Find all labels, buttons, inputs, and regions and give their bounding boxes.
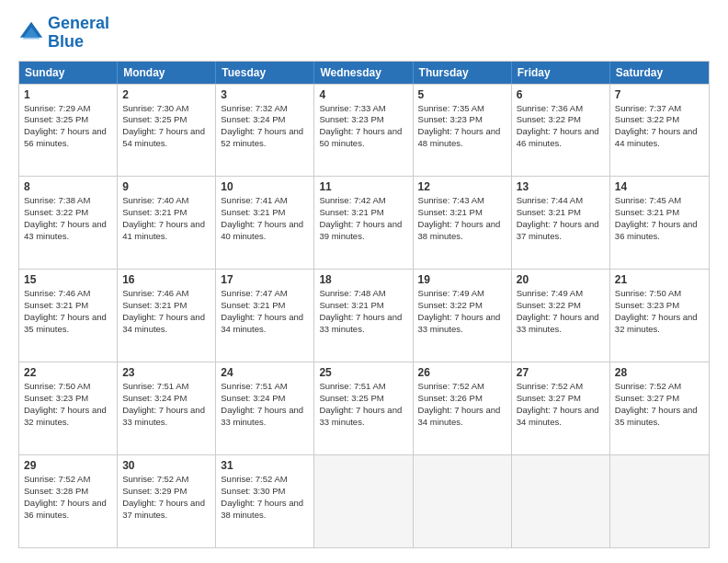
- sunrise-line: Sunrise: 7:36 AM: [517, 103, 605, 115]
- header: General Blue: [18, 15, 710, 52]
- date-number: 26: [418, 366, 506, 379]
- date-number: 18: [319, 273, 407, 286]
- sunset-line: Sunset: 3:28 PM: [24, 486, 112, 498]
- calendar-cell: [314, 455, 413, 547]
- date-number: 22: [24, 366, 112, 379]
- page: General Blue SundayMondayTuesdayWednesda…: [0, 0, 728, 563]
- calendar-cell: 25 Sunrise: 7:51 AM Sunset: 3:25 PM Dayl…: [314, 362, 413, 454]
- daylight-label: Daylight: 7 hours and 43 minutes.: [24, 219, 112, 243]
- daylight-label: Daylight: 7 hours and 32 minutes.: [615, 312, 704, 336]
- sunset-line: Sunset: 3:24 PM: [221, 393, 309, 405]
- sunset-line: Sunset: 3:22 PM: [418, 300, 506, 312]
- sunset-line: Sunset: 3:26 PM: [418, 393, 506, 405]
- calendar-cell: [414, 455, 512, 547]
- daylight-label: Daylight: 7 hours and 34 minutes.: [517, 405, 605, 429]
- date-number: 5: [418, 88, 506, 101]
- sunrise-line: Sunrise: 7:52 AM: [24, 474, 112, 486]
- daylight-label: Daylight: 7 hours and 48 minutes.: [418, 126, 506, 150]
- daylight-label: Daylight: 7 hours and 36 minutes.: [24, 498, 112, 522]
- daylight-label: Daylight: 7 hours and 33 minutes.: [517, 312, 605, 336]
- sunset-line: Sunset: 3:21 PM: [615, 207, 704, 219]
- sunrise-line: Sunrise: 7:49 AM: [418, 288, 506, 300]
- date-number: 7: [615, 88, 704, 101]
- calendar-cell: 8 Sunrise: 7:38 AM Sunset: 3:22 PM Dayli…: [19, 177, 118, 269]
- logo-text: General Blue: [48, 15, 109, 52]
- daylight-label: Daylight: 7 hours and 35 minutes.: [615, 405, 704, 429]
- calendar-week-3: 15 Sunrise: 7:46 AM Sunset: 3:21 PM Dayl…: [19, 269, 709, 362]
- calendar-cell: 1 Sunrise: 7:29 AM Sunset: 3:25 PM Dayli…: [19, 85, 118, 177]
- sunset-line: Sunset: 3:22 PM: [615, 114, 704, 126]
- calendar-cell: 6 Sunrise: 7:36 AM Sunset: 3:22 PM Dayli…: [512, 85, 610, 177]
- date-number: 23: [122, 366, 210, 379]
- calendar: SundayMondayTuesdayWednesdayThursdayFrid…: [18, 61, 710, 548]
- day-header-wednesday: Wednesday: [314, 62, 413, 84]
- sunrise-line: Sunrise: 7:52 AM: [418, 381, 506, 393]
- date-number: 21: [615, 273, 704, 286]
- calendar-cell: 20 Sunrise: 7:49 AM Sunset: 3:22 PM Dayl…: [512, 270, 610, 362]
- day-header-monday: Monday: [118, 62, 216, 84]
- calendar-cell: 29 Sunrise: 7:52 AM Sunset: 3:28 PM Dayl…: [19, 455, 118, 547]
- sunset-line: Sunset: 3:23 PM: [319, 114, 407, 126]
- sunset-line: Sunset: 3:21 PM: [517, 207, 605, 219]
- daylight-label: Daylight: 7 hours and 52 minutes.: [221, 126, 309, 150]
- calendar-cell: 26 Sunrise: 7:52 AM Sunset: 3:26 PM Dayl…: [414, 362, 512, 454]
- sunrise-line: Sunrise: 7:44 AM: [517, 195, 605, 207]
- sunset-line: Sunset: 3:25 PM: [24, 114, 112, 126]
- daylight-label: Daylight: 7 hours and 33 minutes.: [418, 312, 506, 336]
- sunrise-line: Sunrise: 7:46 AM: [122, 288, 210, 300]
- sunset-line: Sunset: 3:25 PM: [319, 393, 407, 405]
- sunrise-line: Sunrise: 7:37 AM: [615, 103, 704, 115]
- sunset-line: Sunset: 3:22 PM: [517, 114, 605, 126]
- sunset-line: Sunset: 3:24 PM: [221, 114, 309, 126]
- daylight-label: Daylight: 7 hours and 56 minutes.: [24, 126, 112, 150]
- sunset-line: Sunset: 3:21 PM: [221, 300, 309, 312]
- daylight-label: Daylight: 7 hours and 33 minutes.: [221, 405, 309, 429]
- sunrise-line: Sunrise: 7:45 AM: [615, 195, 704, 207]
- date-number: 27: [517, 366, 605, 379]
- date-number: 13: [517, 180, 605, 193]
- calendar-cell: [512, 455, 610, 547]
- day-header-thursday: Thursday: [414, 62, 512, 84]
- calendar-cell: 13 Sunrise: 7:44 AM Sunset: 3:21 PM Dayl…: [512, 177, 610, 269]
- sunrise-line: Sunrise: 7:52 AM: [122, 474, 210, 486]
- date-number: 28: [615, 366, 704, 379]
- daylight-label: Daylight: 7 hours and 46 minutes.: [517, 126, 605, 150]
- calendar-cell: 22 Sunrise: 7:50 AM Sunset: 3:23 PM Dayl…: [19, 362, 118, 454]
- calendar-cell: 3 Sunrise: 7:32 AM Sunset: 3:24 PM Dayli…: [216, 85, 314, 177]
- calendar-cell: [610, 455, 709, 547]
- sunrise-line: Sunrise: 7:50 AM: [24, 381, 112, 393]
- calendar-cell: 2 Sunrise: 7:30 AM Sunset: 3:25 PM Dayli…: [118, 85, 216, 177]
- calendar-cell: 7 Sunrise: 7:37 AM Sunset: 3:22 PM Dayli…: [610, 85, 709, 177]
- sunrise-line: Sunrise: 7:42 AM: [319, 195, 407, 207]
- sunrise-line: Sunrise: 7:38 AM: [24, 195, 112, 207]
- date-number: 31: [221, 459, 309, 472]
- daylight-label: Daylight: 7 hours and 54 minutes.: [122, 126, 210, 150]
- date-number: 6: [517, 88, 605, 101]
- daylight-label: Daylight: 7 hours and 50 minutes.: [319, 126, 407, 150]
- sunrise-line: Sunrise: 7:48 AM: [319, 288, 407, 300]
- calendar-cell: 4 Sunrise: 7:33 AM Sunset: 3:23 PM Dayli…: [314, 85, 413, 177]
- sunset-line: Sunset: 3:21 PM: [319, 207, 407, 219]
- calendar-cell: 28 Sunrise: 7:52 AM Sunset: 3:27 PM Dayl…: [610, 362, 709, 454]
- sunrise-line: Sunrise: 7:51 AM: [122, 381, 210, 393]
- date-number: 15: [24, 273, 112, 286]
- calendar-cell: 9 Sunrise: 7:40 AM Sunset: 3:21 PM Dayli…: [118, 177, 216, 269]
- daylight-label: Daylight: 7 hours and 44 minutes.: [615, 126, 704, 150]
- sunrise-line: Sunrise: 7:35 AM: [418, 103, 506, 115]
- calendar-day-headers: SundayMondayTuesdayWednesdayThursdayFrid…: [19, 62, 709, 84]
- sunset-line: Sunset: 3:30 PM: [221, 486, 309, 498]
- daylight-label: Daylight: 7 hours and 38 minutes.: [418, 219, 506, 243]
- day-header-saturday: Saturday: [610, 62, 709, 84]
- sunset-line: Sunset: 3:25 PM: [122, 114, 210, 126]
- date-number: 10: [221, 180, 309, 193]
- daylight-label: Daylight: 7 hours and 37 minutes.: [122, 498, 210, 522]
- sunrise-line: Sunrise: 7:51 AM: [319, 381, 407, 393]
- sunset-line: Sunset: 3:23 PM: [24, 393, 112, 405]
- calendar-week-4: 22 Sunrise: 7:50 AM Sunset: 3:23 PM Dayl…: [19, 362, 709, 454]
- calendar-cell: 24 Sunrise: 7:51 AM Sunset: 3:24 PM Dayl…: [216, 362, 314, 454]
- sunset-line: Sunset: 3:21 PM: [319, 300, 407, 312]
- sunrise-line: Sunrise: 7:33 AM: [319, 103, 407, 115]
- sunrise-line: Sunrise: 7:29 AM: [24, 103, 112, 115]
- daylight-label: Daylight: 7 hours and 33 minutes.: [319, 405, 407, 429]
- sunset-line: Sunset: 3:24 PM: [122, 393, 210, 405]
